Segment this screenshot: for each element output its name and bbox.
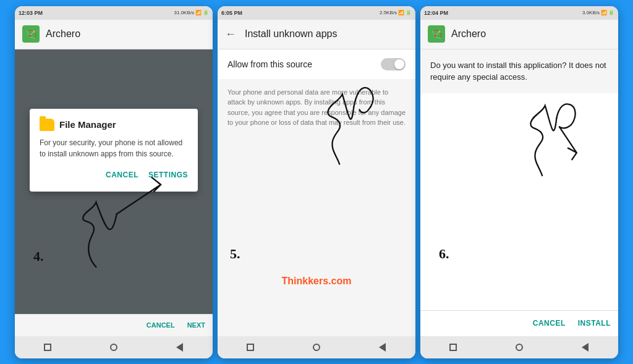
- install-body: Do you want to install this application?…: [420, 49, 618, 336]
- status-icons-1: 31.0KB/s 📶 🔋: [174, 10, 209, 15]
- app-title-2: Install unknown apps: [245, 28, 337, 40]
- folder-icon: [40, 119, 54, 131]
- nav-home-1[interactable]: [108, 341, 120, 353]
- time-3: 12:04 PM: [424, 10, 448, 16]
- setting-item-allow: Allow from this source: [218, 49, 415, 79]
- step-6-label: 6.: [439, 246, 449, 262]
- bottom-next-button-1[interactable]: NEXT: [187, 321, 205, 329]
- allow-source-label: Allow from this source: [227, 59, 312, 69]
- app-icon-1: 🏹: [22, 25, 40, 43]
- status-bar-3: 12:04 PM 3.0KB/s 📶 🔋: [420, 6, 618, 20]
- dialog-actions: CANCEL SETTINGS: [40, 168, 188, 182]
- dialog-1: File Manager For your security, your pho…: [30, 109, 198, 192]
- time-2: 6:05 PM: [221, 10, 242, 16]
- settings-body: Allow from this source Your phone and pe…: [218, 49, 415, 336]
- install-description: Do you want to install this application?…: [420, 49, 618, 93]
- install-button[interactable]: INSTALL: [578, 316, 611, 330]
- nav-square-1[interactable]: [41, 341, 54, 353]
- install-cancel-button[interactable]: CANCEL: [533, 316, 566, 330]
- back-button-2[interactable]: ←: [225, 28, 236, 41]
- phone-3: 12:04 PM 3.0KB/s 📶 🔋 🏹 Archero Do you wa…: [420, 6, 618, 358]
- screen-bottom-bar-1: CANCEL NEXT: [15, 314, 213, 336]
- phone-1: 12:03 PM 31.0KB/s 📶 🔋 🏹 Archero File Man…: [15, 6, 213, 358]
- time-1: 12:03 PM: [19, 10, 43, 16]
- nav-back-3[interactable]: [579, 341, 592, 353]
- status-bar-2: 6:05 PM 2.5KB/s 📶 🔋: [218, 6, 415, 20]
- app-title-1: Archero: [46, 28, 80, 40]
- dialog-title-text: File Manager: [59, 119, 116, 130]
- phone-2: 6:05 PM 2.5KB/s 📶 🔋 ← Install unknown ap…: [218, 6, 415, 358]
- status-bar-1: 12:03 PM 31.0KB/s 📶 🔋: [15, 6, 213, 20]
- app-bar-2: ← Install unknown apps: [218, 20, 415, 49]
- phone-body-1: File Manager For your security, your pho…: [15, 49, 213, 314]
- dialog-cancel-button[interactable]: CANCEL: [106, 168, 138, 182]
- settings-description: Your phone and personal data are more vu…: [218, 80, 415, 135]
- app-bar-1: 🏹 Archero: [15, 20, 213, 49]
- dialog-settings-button[interactable]: SETTINGS: [148, 168, 188, 182]
- bottom-cancel-button-1[interactable]: CANCEL: [147, 321, 175, 329]
- nav-back-1[interactable]: [174, 341, 186, 353]
- allow-source-toggle[interactable]: [381, 58, 406, 70]
- app-bar-3: 🏹 Archero: [420, 20, 618, 49]
- nav-bar-3: [420, 336, 618, 358]
- nav-bar-2: [218, 336, 415, 358]
- step-5-label: 5.: [230, 246, 240, 262]
- app-title-3: Archero: [451, 28, 486, 40]
- app-icon-3: 🏹: [428, 25, 445, 43]
- nav-home-3[interactable]: [513, 341, 525, 353]
- install-bottom-bar: CANCEL INSTALL: [420, 310, 618, 336]
- dialog-body-text: For your security, your phone is not all…: [40, 137, 188, 159]
- status-icons-2: 2.5KB/s 📶 🔋: [380, 10, 412, 15]
- status-icons-3: 3.0KB/s 📶 🔋: [582, 10, 614, 15]
- nav-square-3[interactable]: [447, 341, 459, 353]
- dialog-title-1: File Manager: [40, 119, 188, 131]
- nav-back-2[interactable]: [376, 341, 389, 353]
- watermark: Thinkkers.com: [282, 276, 352, 287]
- nav-bar-1: [15, 336, 213, 358]
- nav-square-2[interactable]: [244, 341, 257, 353]
- nav-home-2[interactable]: [310, 341, 323, 353]
